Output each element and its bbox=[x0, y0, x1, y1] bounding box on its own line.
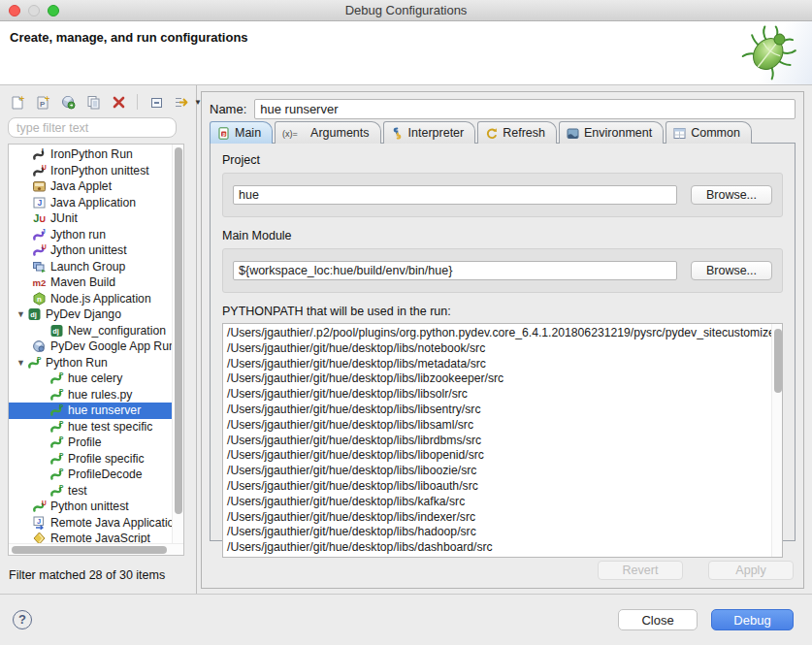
tab-label: Common bbox=[691, 126, 740, 140]
tab-label: Environment bbox=[584, 126, 652, 140]
tree-item-ironpython-run[interactable]: IIronPython Run bbox=[9, 146, 172, 163]
pythonpath-entry[interactable]: /Users/jgauthier/.p2/pool/plugins/org.py… bbox=[227, 326, 782, 341]
svg-text:J: J bbox=[37, 198, 42, 208]
expand-arrow-icon[interactable]: ▼ bbox=[15, 309, 27, 319]
tree-item-node-js-application[interactable]: nNode.js Application bbox=[9, 291, 172, 307]
main-module-browse-button[interactable]: Browse... bbox=[691, 261, 772, 280]
pythonpath-entry[interactable]: /Users/jgauthier/git/hue/desktop/libs/ha… bbox=[227, 525, 782, 540]
pythonpath-entry[interactable]: /Users/jgauthier/git/hue/desktop/libs/li… bbox=[227, 479, 782, 495]
tree-item-jython-unittest[interactable]: UJython unittest bbox=[9, 242, 172, 259]
debug-button[interactable]: Debug bbox=[711, 609, 794, 630]
collapse-all-icon[interactable] bbox=[146, 92, 166, 112]
tab-refresh[interactable]: Refresh bbox=[477, 121, 557, 144]
delete-launch-configuration-icon[interactable] bbox=[109, 92, 128, 112]
tree-item-python-unittest[interactable]: UPython unittest bbox=[9, 499, 172, 515]
pythonpath-scrollbar-thumb[interactable] bbox=[774, 329, 782, 393]
python-run-icon: P bbox=[49, 484, 64, 498]
name-input[interactable] bbox=[254, 99, 796, 119]
tab-environment[interactable]: Environment bbox=[559, 121, 664, 144]
tab-label: Arguments bbox=[310, 126, 369, 140]
tree-vertical-scrollbar-thumb[interactable] bbox=[175, 147, 182, 514]
tree-item-python-run[interactable]: ▼PPython Run bbox=[9, 355, 172, 371]
tree-item-junit[interactable]: JUJUnit bbox=[9, 210, 172, 227]
tree-item-label: Java Application bbox=[50, 196, 136, 210]
expand-arrow-icon[interactable]: ▼ bbox=[15, 358, 27, 368]
apply-button[interactable]: Apply bbox=[708, 561, 794, 580]
common-tab-icon bbox=[673, 127, 686, 140]
zoom-window-button[interactable] bbox=[48, 5, 59, 16]
tree-item-hue-test-specific[interactable]: Phue test specific bbox=[9, 419, 172, 435]
ironpython-run-icon: I bbox=[32, 147, 47, 161]
filter-input[interactable] bbox=[8, 117, 177, 138]
debug-configurations-dialog: Debug Configurations Create, manage, and… bbox=[0, 0, 812, 645]
project-browse-button[interactable]: Browse... bbox=[691, 185, 772, 205]
tree-item-hue-runserver[interactable]: Phue runserver bbox=[9, 403, 172, 419]
tree-item-hue-celery[interactable]: Phue celery bbox=[9, 371, 172, 387]
tree-item-pydev-django[interactable]: ▼djPyDev Django bbox=[9, 306, 172, 323]
python-run-icon: P bbox=[49, 452, 64, 466]
tree-item-java-application[interactable]: JJava Application bbox=[9, 195, 172, 211]
tree-item-maven-build[interactable]: m2Maven Build bbox=[9, 274, 172, 291]
svg-text:(x)=: (x)= bbox=[282, 129, 298, 139]
revert-button[interactable]: Revert bbox=[598, 561, 683, 580]
remote-java-icon: J bbox=[32, 516, 47, 530]
tree-horizontal-scrollbar-thumb[interactable] bbox=[12, 546, 167, 554]
svg-text:m2: m2 bbox=[33, 277, 47, 288]
tree-item-remote-java-application[interactable]: JRemote Java Application bbox=[9, 515, 172, 532]
main-module-input[interactable] bbox=[233, 261, 677, 280]
tree-item-profile[interactable]: PProfile bbox=[9, 435, 172, 451]
tab-interpreter[interactable]: Interpreter bbox=[383, 121, 476, 144]
pythonpath-entry[interactable]: /Users/jgauthier/git/hue/desktop/libs/no… bbox=[227, 341, 782, 357]
name-label: Name: bbox=[210, 102, 246, 116]
minimize-window-button[interactable] bbox=[28, 5, 40, 16]
tree-item-ironpython-unittest[interactable]: UIronPython unittest bbox=[9, 163, 172, 179]
pythonpath-entry[interactable]: /Users/jgauthier/git/hue/desktop/libs/in… bbox=[227, 510, 782, 526]
tree-item-profile-specific[interactable]: PProfile specific bbox=[9, 451, 172, 468]
pythonpath-entry[interactable]: /Users/jgauthier/git/hue/desktop/libs/li… bbox=[227, 403, 782, 418]
pythonpath-entry[interactable]: /Users/jgauthier/git/hue/desktop/libs/li… bbox=[227, 448, 782, 464]
interpreter-tab-icon bbox=[391, 127, 404, 140]
new-launch-configuration-icon[interactable]: + bbox=[8, 92, 27, 112]
tree-item-profiledecode[interactable]: PProfileDecode bbox=[9, 467, 172, 483]
tree-item-java-applet[interactable]: Java Applet bbox=[9, 178, 172, 195]
help-icon[interactable]: ? bbox=[13, 610, 32, 629]
dialog-footer: ? Close Debug bbox=[0, 594, 812, 645]
tree-item-label: test bbox=[68, 484, 87, 498]
close-button[interactable]: Close bbox=[618, 609, 698, 630]
tree-item-test[interactable]: Ptest bbox=[9, 483, 172, 500]
tree-item-pydev-google-app-run[interactable]: PyDev Google App Run bbox=[9, 339, 172, 355]
pythonpath-entry[interactable]: /Users/jgauthier/git/hue/desktop/libs/me… bbox=[227, 357, 782, 372]
python-run-icon: P bbox=[49, 468, 64, 481]
filter-launch-configurations-icon[interactable] bbox=[172, 92, 191, 112]
ironpython-unittest-icon: U bbox=[32, 164, 47, 177]
pythonpath-scrollbar bbox=[771, 324, 782, 557]
pythonpath-entry[interactable]: /Users/jgauthier/git/hue/desktop/libs/ka… bbox=[227, 495, 782, 510]
pythonpath-entry[interactable]: /Users/jgauthier/git/hue/desktop/libs/li… bbox=[227, 418, 782, 434]
close-window-button[interactable] bbox=[9, 5, 20, 16]
pythonpath-entry[interactable]: /Users/jgauthier/git/hue/desktop/libs/li… bbox=[227, 371, 782, 387]
project-input[interactable] bbox=[233, 185, 677, 205]
svg-text:dj: dj bbox=[30, 310, 37, 319]
pythonpath-entry[interactable]: /Users/jgauthier/git/hue/desktop/libs/li… bbox=[227, 434, 782, 449]
tab-label: Main bbox=[235, 126, 261, 140]
pythonpath-entry[interactable]: /Users/jgauthier/git/hue/desktop/libs/az… bbox=[227, 556, 782, 558]
export-launch-configurations-icon[interactable] bbox=[58, 92, 78, 112]
main-module-group: Browse... bbox=[222, 248, 783, 293]
tree-item-jython-run[interactable]: JJython run bbox=[9, 227, 172, 243]
tab-common[interactable]: Common bbox=[666, 121, 752, 144]
python-run-icon: P bbox=[49, 435, 64, 449]
tab-arguments[interactable]: (x)=Arguments bbox=[275, 121, 380, 144]
tree-item-label: Jython unittest bbox=[50, 243, 127, 257]
pythonpath-entry[interactable]: /Users/jgauthier/git/hue/desktop/libs/da… bbox=[227, 540, 782, 556]
new-launch-prototype-icon[interactable]: P+ bbox=[33, 92, 52, 112]
tab-main[interactable]: pMain bbox=[210, 121, 273, 144]
pythonpath-entry[interactable]: /Users/jgauthier/git/hue/desktop/libs/li… bbox=[227, 387, 782, 403]
tree-item-hue-rules-py[interactable]: Phue rules.py bbox=[9, 387, 172, 403]
launch-group-icon bbox=[32, 260, 47, 274]
pythonpath-entry[interactable]: /Users/jgauthier/git/hue/desktop/libs/li… bbox=[227, 464, 782, 479]
svg-text:U: U bbox=[42, 500, 47, 506]
duplicate-launch-configuration-icon[interactable] bbox=[83, 92, 103, 112]
tree-item-launch-group[interactable]: Launch Group bbox=[9, 259, 172, 275]
pythonpath-label: PYTHONPATH that will be used in the run: bbox=[222, 305, 783, 318]
tree-item-new-configuration[interactable]: djNew_configuration bbox=[9, 323, 172, 339]
